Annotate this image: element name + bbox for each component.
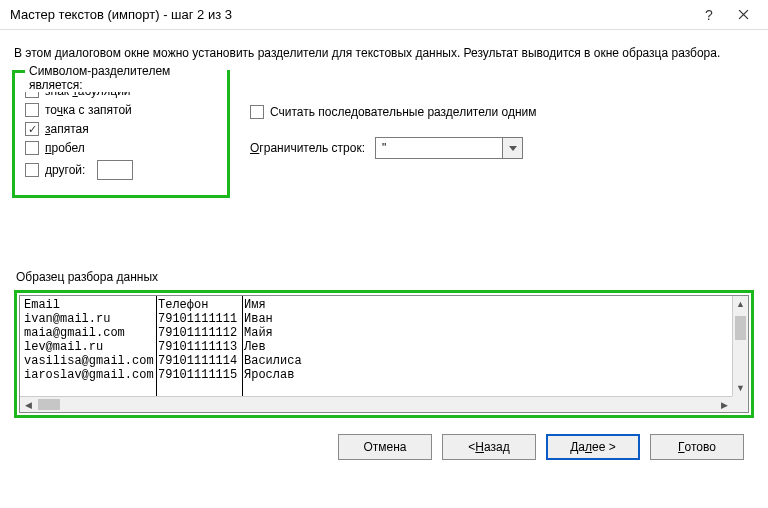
button-row: Отмена < Назад Далее > Готово (12, 434, 744, 460)
cancel-button[interactable]: Отмена (338, 434, 432, 460)
table-row: iaroslav@gmail.com 79101111115 Ярослав (24, 368, 732, 382)
other-checkbox[interactable] (25, 163, 39, 177)
scroll-down-button[interactable]: ▼ (733, 380, 748, 396)
titlebar: Мастер текстов (импорт) - шаг 2 из 3 ? (0, 0, 768, 30)
preview-groupbox: Email Телефон Имя ivan@mail.ru 791011111… (14, 290, 754, 418)
table-row: ivan@mail.ru 79101111111 Иван (24, 312, 732, 326)
combo-arrow[interactable] (502, 138, 522, 158)
text-qualifier-value: " (376, 141, 502, 155)
scroll-thumb[interactable] (735, 316, 746, 340)
delimiter-groupbox: Символом-разделителем является: знак таб… (12, 70, 230, 198)
comma-label: запятая (45, 122, 89, 136)
description-text: В этом диалоговом окне можно установить … (14, 46, 754, 60)
consecutive-checkbox[interactable] (250, 105, 264, 119)
help-button[interactable]: ? (692, 0, 726, 30)
scrollbar-corner (732, 396, 748, 412)
window-title: Мастер текстов (импорт) - шаг 2 из 3 (10, 7, 692, 22)
scroll-thumb[interactable] (38, 399, 60, 410)
other-delimiter-input[interactable] (97, 160, 133, 180)
space-label: пробел (45, 141, 85, 155)
preview-grid: Email Телефон Имя ivan@mail.ru 791011111… (19, 295, 749, 413)
text-qualifier-combo[interactable]: " (375, 137, 523, 159)
scroll-track[interactable] (36, 397, 716, 412)
delimiter-legend: Символом-разделителем является: (25, 64, 227, 92)
semicolon-label: точка с запятой (45, 103, 132, 117)
text-qualifier-label: Ограничитель строк: (250, 141, 365, 155)
table-row: vasilisa@gmail.com 79101111114 Василиса (24, 354, 732, 368)
finish-button[interactable]: Готово (650, 434, 744, 460)
scroll-left-button[interactable]: ◀ (20, 397, 36, 412)
dialog-content: В этом диалоговом окне можно установить … (0, 30, 768, 460)
vertical-scrollbar[interactable]: ▲ ▼ (732, 296, 748, 396)
next-button[interactable]: Далее > (546, 434, 640, 460)
preview-header-row: Email Телефон Имя (24, 298, 732, 312)
horizontal-scrollbar[interactable]: ◀ ▶ (20, 396, 732, 412)
close-button[interactable] (726, 0, 760, 30)
scroll-right-button[interactable]: ▶ (716, 397, 732, 412)
semicolon-checkbox[interactable] (25, 103, 39, 117)
table-row: maia@gmail.com 79101111112 Майя (24, 326, 732, 340)
options-column: Считать последовательные разделители одн… (250, 70, 537, 159)
preview-label: Образец разбора данных (16, 270, 756, 284)
space-checkbox[interactable] (25, 141, 39, 155)
scroll-track[interactable] (733, 312, 748, 380)
column-separator (156, 296, 157, 396)
column-separator (242, 296, 243, 396)
scroll-up-button[interactable]: ▲ (733, 296, 748, 312)
chevron-down-icon (509, 146, 517, 151)
close-icon (738, 9, 749, 20)
consecutive-label: Считать последовательные разделители одн… (270, 105, 537, 119)
preview-grid-body: Email Телефон Имя ivan@mail.ru 791011111… (20, 296, 732, 396)
other-label: другой: (45, 163, 85, 177)
comma-checkbox[interactable] (25, 122, 39, 136)
table-row: lev@mail.ru 79101111113 Лев (24, 340, 732, 354)
back-button[interactable]: < Назад (442, 434, 536, 460)
